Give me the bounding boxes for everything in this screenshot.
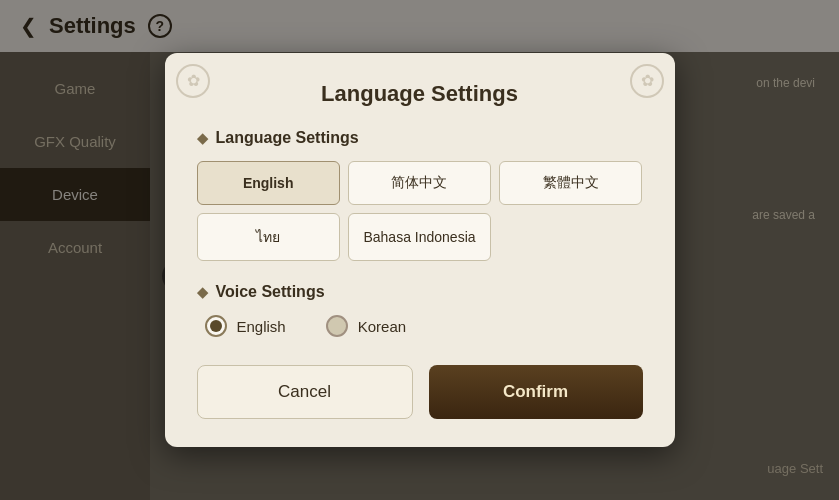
lang-btn-thai[interactable]: ไทย <box>197 213 340 261</box>
corner-decoration-tr: ✿ <box>627 61 667 101</box>
voice-options: English Korean <box>197 315 643 337</box>
svg-text:✿: ✿ <box>186 72 199 89</box>
diamond-icon-voice: ◆ <box>197 284 208 300</box>
voice-section-label: Voice Settings <box>216 283 325 301</box>
diamond-icon-lang: ◆ <box>197 130 208 146</box>
cancel-button[interactable]: Cancel <box>197 365 413 419</box>
dialog-buttons: Cancel Confirm <box>197 365 643 419</box>
voice-english-label: English <box>237 318 286 335</box>
radio-korean <box>326 315 348 337</box>
modal-overlay: ✿ ✿ Language Settings ◆ Language Setting… <box>0 0 839 500</box>
language-section-header: ◆ Language Settings <box>197 129 643 147</box>
voice-option-korean[interactable]: Korean <box>326 315 406 337</box>
voice-section-header: ◆ Voice Settings <box>197 283 643 301</box>
dialog-title: Language Settings <box>197 81 643 107</box>
language-grid-row1: English 简体中文 繁體中文 <box>197 161 643 205</box>
lang-btn-traditional[interactable]: 繁體中文 <box>499 161 642 205</box>
svg-text:✿: ✿ <box>640 72 653 89</box>
radio-english <box>205 315 227 337</box>
radio-inner-english <box>210 320 222 332</box>
confirm-button[interactable]: Confirm <box>429 365 643 419</box>
language-section-label: Language Settings <box>216 129 359 147</box>
settings-background: ❮ Settings ? Game GFX Quality Device Acc… <box>0 0 839 500</box>
language-settings-dialog: ✿ ✿ Language Settings ◆ Language Setting… <box>165 53 675 447</box>
lang-btn-simplified[interactable]: 简体中文 <box>348 161 491 205</box>
voice-option-english[interactable]: English <box>205 315 286 337</box>
voice-korean-label: Korean <box>358 318 406 335</box>
lang-btn-bahasa[interactable]: Bahasa Indonesia <box>348 213 491 261</box>
language-grid-row2: ไทย Bahasa Indonesia <box>197 213 643 261</box>
lang-btn-english[interactable]: English <box>197 161 340 205</box>
corner-decoration-tl: ✿ <box>173 61 213 101</box>
